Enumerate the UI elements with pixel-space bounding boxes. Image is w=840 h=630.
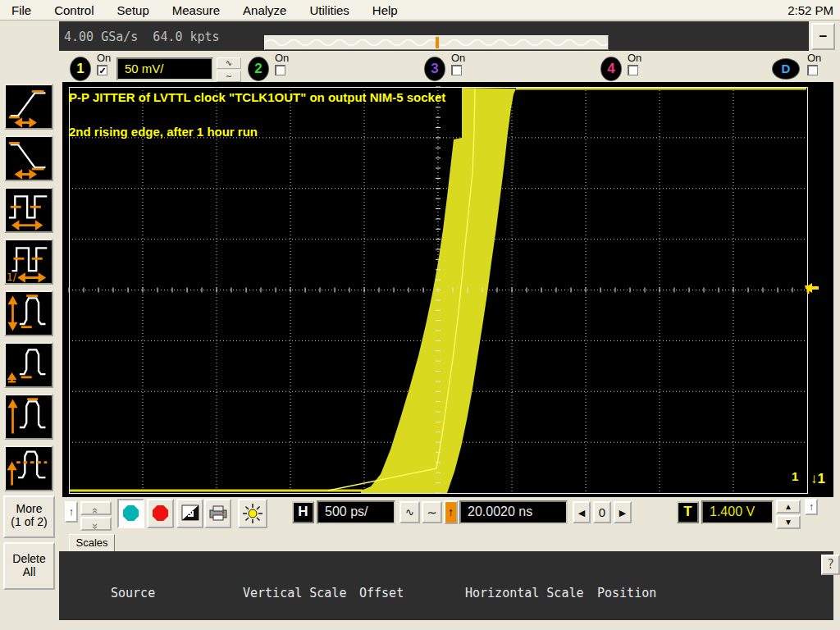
minimize-button[interactable]: − xyxy=(811,23,835,50)
chevron-down-icon: » xyxy=(89,523,102,529)
position-right-button[interactable]: ▶ xyxy=(614,501,632,523)
trigger-level-marker[interactable]: T xyxy=(805,283,812,296)
result-offset-header: Offset xyxy=(359,586,418,600)
trigger-badge[interactable]: T xyxy=(677,501,699,523)
channel-4-checkbox[interactable] xyxy=(628,65,638,75)
stop-button[interactable] xyxy=(147,499,174,528)
vertical-fine-button[interactable]: ∿ xyxy=(217,57,241,69)
scroll-down-button[interactable]: » xyxy=(80,517,112,531)
channel-2-on-label: On xyxy=(275,52,289,64)
channel-4-badge[interactable]: 4 xyxy=(601,57,621,80)
run-button[interactable] xyxy=(117,499,144,528)
fall-time-icon xyxy=(6,137,52,180)
chevron-up-icon: « xyxy=(89,508,102,514)
result-position: Position 20.0020 ns xyxy=(597,556,671,630)
scroll-up-button[interactable]: « xyxy=(80,501,112,515)
scrollbar-position-marker[interactable] xyxy=(436,37,439,48)
channel-3-on-label: On xyxy=(451,52,465,64)
menu-control[interactable]: Control xyxy=(43,3,105,17)
frequency-button[interactable]: 1/ xyxy=(4,239,53,285)
v-top-icon xyxy=(6,395,52,438)
trigger-slope-button[interactable]: ↑ xyxy=(805,499,818,515)
menu-help[interactable]: Help xyxy=(361,3,409,17)
rise-time-button[interactable] xyxy=(4,84,53,130)
digital-channel-badge[interactable]: D xyxy=(773,59,799,79)
channel-3-badge[interactable]: 3 xyxy=(425,57,445,80)
horizontal-scrollbar[interactable] xyxy=(264,35,609,50)
annotation-line-2: 2nd rising edge, after 1 hour run xyxy=(69,125,258,139)
menu-bar: File Control Setup Measure Analyze Utili… xyxy=(0,0,840,21)
result-source-header: Source xyxy=(111,586,177,600)
v-average-button[interactable] xyxy=(4,445,53,491)
stop-icon xyxy=(153,505,168,521)
trigger-level-field[interactable]: 1.400 V xyxy=(701,500,774,524)
h-fine-button[interactable]: ∿ xyxy=(399,501,420,523)
trigger-slope-indicator[interactable]: ↑ xyxy=(444,500,458,524)
delete-button-label1: Delete xyxy=(5,552,53,565)
trigger-position-indicator[interactable]: ↑ xyxy=(65,501,78,523)
menu-analyze[interactable]: Analyze xyxy=(231,3,298,17)
waveform-trace xyxy=(62,82,833,497)
sun-icon xyxy=(242,503,263,524)
more-measurements-button[interactable]: More (1 of 2) xyxy=(3,495,55,538)
result-vertical-scale: Vertical Scale 50 mV/div xyxy=(243,556,346,630)
menu-utilities[interactable]: Utilities xyxy=(298,3,360,17)
position-zero-button[interactable]: 0 xyxy=(593,501,611,523)
rise-time-icon xyxy=(6,85,52,128)
v-peak-peak-icon xyxy=(6,292,52,335)
position-left-button[interactable]: ◀ xyxy=(573,501,591,523)
waveform-display: P-P JITTER of LVTTL clock "TCLK1OUT" on … xyxy=(62,82,833,497)
period-button[interactable] xyxy=(4,187,53,233)
horizontal-scale-field[interactable]: 500 ps/ xyxy=(317,500,395,524)
horizontal-position-field[interactable]: 20.0020 ns xyxy=(459,500,568,524)
channel-2-checkbox[interactable] xyxy=(275,65,285,75)
channel-1-badge[interactable]: 1 xyxy=(71,57,90,80)
results-panel: Source channel 1 Vertical Scale 50 mV/di… xyxy=(59,551,833,620)
down-arrow-icon: ↓ xyxy=(810,471,818,486)
channel-1-checkbox[interactable]: ✓ xyxy=(97,65,107,75)
channel-4-on-label: On xyxy=(628,52,641,64)
delete-all-button[interactable]: Delete All xyxy=(3,542,55,590)
result-position-header: Position xyxy=(597,586,671,600)
channel-1-marker: 1 xyxy=(792,469,798,483)
digital-checkbox[interactable] xyxy=(807,65,818,75)
left-arrow-icon xyxy=(805,283,819,293)
horizontal-badge: H xyxy=(292,501,314,523)
screen-capture-button[interactable] xyxy=(176,499,203,528)
menu-file[interactable]: File xyxy=(0,3,43,17)
channel-1-ground-marker[interactable]: ↓1 xyxy=(810,471,825,487)
oscilloscope-screen: File Control Setup Measure Analyze Utili… xyxy=(0,0,840,630)
annotation-line-1: P-P JITTER of LVTTL clock "TCLK1OUT" on … xyxy=(69,90,445,104)
result-horizontal-scale: Horizontal Scale 500.00 ps/div xyxy=(465,556,584,630)
tab-scales[interactable]: Scales xyxy=(69,534,115,552)
period-icon xyxy=(6,189,52,231)
fall-time-button[interactable] xyxy=(4,135,53,181)
v-top-button[interactable] xyxy=(4,394,53,440)
vertical-coarse-button[interactable]: ∼ xyxy=(217,71,241,82)
channel-3-checkbox[interactable] xyxy=(451,65,462,75)
channel-1-on-label: On xyxy=(97,52,111,64)
more-button-label: More xyxy=(5,502,53,515)
display-brightness-button[interactable] xyxy=(238,499,267,528)
menu-measure[interactable]: Measure xyxy=(161,3,231,17)
level-up-button[interactable]: ▲ xyxy=(776,500,801,514)
delete-button-label2: All xyxy=(5,565,53,578)
v-peak-peak-button[interactable] xyxy=(4,290,53,336)
v-average-icon xyxy=(6,447,52,490)
frequency-icon: 1/ xyxy=(6,240,52,283)
result-hscale-header: Horizontal Scale xyxy=(465,586,584,600)
sample-rate-readout: 4.00 GSa/s 64.0 kpts xyxy=(64,30,220,44)
help-button[interactable]: ? xyxy=(821,555,840,575)
level-down-button[interactable]: ▼ xyxy=(776,515,801,529)
svg-text:1/: 1/ xyxy=(7,272,17,283)
v-base-icon xyxy=(6,344,52,386)
print-button[interactable] xyxy=(204,499,231,528)
menu-setup[interactable]: Setup xyxy=(106,3,161,17)
run-icon xyxy=(123,505,139,521)
h-coarse-button[interactable]: ∼ xyxy=(422,501,442,523)
more-button-page: (1 of 2) xyxy=(5,515,53,528)
channel-1-scale-field[interactable]: 50 mV/ xyxy=(116,57,213,80)
result-offset: Offset 1.4000 V xyxy=(359,556,418,630)
v-base-button[interactable] xyxy=(4,342,53,388)
channel-2-badge[interactable]: 2 xyxy=(249,57,268,80)
